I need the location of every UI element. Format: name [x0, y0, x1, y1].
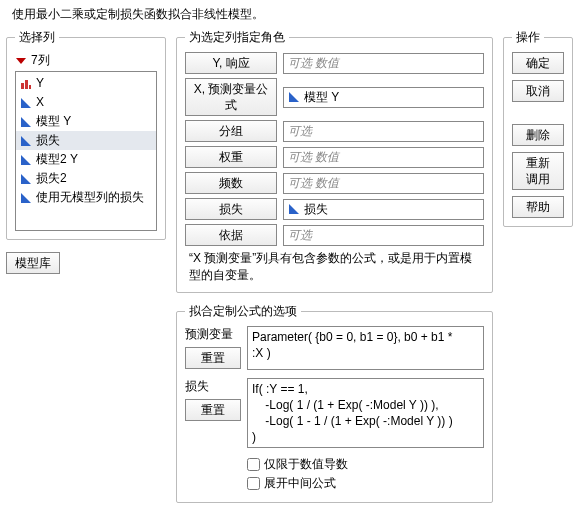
ok-button[interactable]: 确定 [512, 52, 564, 74]
role-slot[interactable]: 可选 数值 [283, 53, 484, 74]
list-item-label: 模型 Y [36, 113, 71, 130]
list-item[interactable]: 模型 Y [16, 112, 156, 131]
predictor-label: 预测变量 [185, 326, 241, 343]
role-slot[interactable]: 可选 数值 [283, 173, 484, 194]
columns-listbox[interactable]: YX模型 Y损失模型2 Y损失2使用无模型列的损失 [15, 71, 157, 231]
svg-marker-8 [21, 174, 31, 184]
list-item-label: Y [36, 75, 44, 92]
list-item-label: X [36, 94, 44, 111]
role-row: 权重可选 数值 [185, 146, 484, 168]
role-slot[interactable]: 损失 [283, 199, 484, 220]
role-slot[interactable]: 可选 [283, 225, 484, 246]
help-button[interactable]: 帮助 [512, 196, 564, 218]
svg-marker-4 [21, 98, 31, 108]
svg-marker-9 [21, 193, 31, 203]
list-item[interactable]: 损失2 [16, 169, 156, 188]
predictor-formula-text[interactable]: Parameter( {b0 = 0, b1 = 0}, b0 + b1 * :… [247, 326, 484, 370]
list-item[interactable]: 损失 [16, 131, 156, 150]
role-button[interactable]: 分组 [185, 120, 277, 142]
role-button[interactable]: 损失 [185, 198, 277, 220]
actions-group: 操作 确定 取消 删除 重新调用 帮助 [503, 29, 573, 227]
list-item[interactable]: 模型2 Y [16, 150, 156, 169]
columns-count: 7列 [31, 52, 50, 69]
list-item[interactable]: X [16, 93, 156, 112]
list-item[interactable]: Y [16, 74, 156, 93]
predictor-reset-button[interactable]: 重置 [185, 347, 241, 369]
actions-legend: 操作 [512, 29, 544, 46]
svg-marker-5 [21, 117, 31, 127]
assign-roles-group: 为选定列指定角色 Y, 响应可选 数值X, 预测变量公式模型 Y分组可选权重可选… [176, 29, 493, 293]
svg-marker-10 [289, 92, 299, 102]
role-button[interactable]: 频数 [185, 172, 277, 194]
page-description: 使用最小二乘或定制损失函数拟合非线性模型。 [12, 6, 571, 23]
role-slot[interactable]: 可选 [283, 121, 484, 142]
list-item-label: 损失 [36, 132, 60, 149]
role-button[interactable]: Y, 响应 [185, 52, 277, 74]
role-button[interactable]: X, 预测变量公式 [185, 78, 277, 116]
svg-marker-6 [21, 136, 31, 146]
svg-rect-2 [25, 80, 28, 89]
list-item-label: 损失2 [36, 170, 67, 187]
numeric-derivatives-checkbox[interactable]: 仅限于数值导数 [247, 456, 484, 473]
list-item-label: 使用无模型列的损失 [36, 189, 144, 206]
role-button[interactable]: 依据 [185, 224, 277, 246]
svg-marker-11 [289, 204, 299, 214]
fit-options-legend: 拟合定制公式的选项 [185, 303, 301, 320]
cancel-button[interactable]: 取消 [512, 80, 564, 102]
roles-hint: “X 预测变量”列具有包含参数的公式，或是用于内置模型的自变量。 [189, 250, 480, 284]
svg-marker-7 [21, 155, 31, 165]
list-item-label: 模型2 Y [36, 151, 78, 168]
model-library-button[interactable]: 模型库 [6, 252, 60, 274]
select-columns-group: 选择列 7列 YX模型 Y损失模型2 Y损失2使用无模型列的损失 [6, 29, 166, 240]
role-row: Y, 响应可选 数值 [185, 52, 484, 74]
svg-rect-3 [29, 85, 31, 89]
role-row: 频数可选 数值 [185, 172, 484, 194]
disclosure-icon[interactable] [15, 55, 27, 67]
list-item[interactable]: 使用无模型列的损失 [16, 188, 156, 207]
select-columns-legend: 选择列 [15, 29, 59, 46]
role-value: 损失 [304, 201, 328, 218]
expand-formula-checkbox[interactable]: 展开中间公式 [247, 475, 484, 492]
remove-button[interactable]: 删除 [512, 124, 564, 146]
fit-options-group: 拟合定制公式的选项 预测变量 重置 Parameter( {b0 = 0, b1… [176, 303, 493, 504]
loss-formula-text[interactable]: If( :Y == 1, -Log( 1 / (1 + Exp( -:Model… [247, 378, 484, 449]
svg-rect-1 [21, 83, 24, 89]
svg-marker-0 [16, 58, 26, 64]
role-row: 损失损失 [185, 198, 484, 220]
loss-reset-button[interactable]: 重置 [185, 399, 241, 421]
recall-button[interactable]: 重新调用 [512, 152, 564, 190]
role-row: 依据可选 [185, 224, 484, 246]
assign-roles-legend: 为选定列指定角色 [185, 29, 289, 46]
role-slot[interactable]: 可选 数值 [283, 147, 484, 168]
role-button[interactable]: 权重 [185, 146, 277, 168]
loss-label: 损失 [185, 378, 241, 395]
role-value: 模型 Y [304, 89, 339, 106]
role-slot[interactable]: 模型 Y [283, 87, 484, 108]
role-row: 分组可选 [185, 120, 484, 142]
role-row: X, 预测变量公式模型 Y [185, 78, 484, 116]
